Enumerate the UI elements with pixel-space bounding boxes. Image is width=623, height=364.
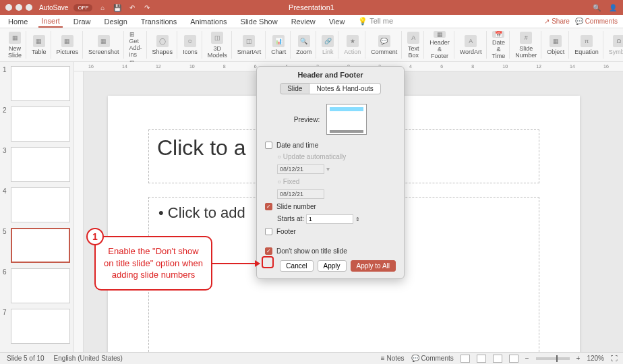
update-date-field (277, 164, 324, 174)
save-icon[interactable]: 💾 (113, 3, 122, 12)
tell-me[interactable]: 💡 Tell me (355, 16, 396, 27)
thumbnail-row[interactable]: 6 (3, 268, 71, 303)
get-addins-button[interactable]: ⊞ Get Add-ins (129, 31, 142, 58)
stepper-icon[interactable]: ⇕ (355, 216, 360, 222)
new-slide-button[interactable]: ▦New Slide (4, 31, 26, 59)
link-button: 🔗Link (318, 31, 338, 59)
apply-button[interactable]: Apply (318, 260, 347, 272)
share-button[interactable]: ↗ Share (544, 18, 569, 25)
symbol-button: ΩSymbol (605, 31, 623, 59)
fixed-radio: Fixed (283, 178, 299, 185)
pictures-button[interactable]: ▦Pictures (53, 31, 84, 59)
dont-show-title-label: Don't show on title slide (276, 247, 347, 255)
tab-view[interactable]: View (326, 16, 348, 27)
window-controls[interactable] (5, 4, 32, 11)
tab-insert[interactable]: Insert (38, 16, 63, 28)
preview-label: Preview: (294, 116, 320, 123)
wordart-button[interactable]: AWordArt (456, 31, 487, 59)
tab-design[interactable]: Design (102, 16, 130, 27)
slide-number-checkbox[interactable]: ✓ (265, 203, 272, 210)
vertical-ruler (74, 71, 84, 352)
search-icon[interactable]: 🔍 (592, 3, 601, 12)
ribbon-tabs: Home Insert Draw Design Transitions Anim… (0, 15, 623, 28)
dialog-title: Header and Footer (257, 67, 404, 83)
comments-button[interactable]: 💬 Comments (411, 355, 454, 362)
starts-at-input[interactable] (306, 214, 353, 224)
tab-review[interactable]: Review (289, 16, 318, 27)
undo-icon[interactable]: ↶ (127, 3, 137, 12)
icons-button[interactable]: ☺Icons (179, 31, 202, 59)
tutorial-annotation: 1 Enable the "Don't show on title slide"… (94, 236, 212, 291)
starts-at-label: Starts at: (277, 215, 304, 222)
thumbnail-row[interactable]: 4 (3, 187, 71, 222)
thumbnail-row[interactable]: 5 (3, 228, 71, 263)
annotation-number: 1 (86, 228, 104, 245)
slide-number-label: Slide number (276, 203, 316, 210)
zoom-out[interactable]: − (525, 355, 529, 362)
tab-transitions[interactable]: Transitions (138, 16, 179, 27)
shapes-button[interactable]: ◯Shapes (148, 31, 178, 59)
ribbon-insert: ▦New Slide ▦Table ▦Pictures ▦Screenshot … (0, 28, 623, 62)
annotation-target-highlight (262, 256, 274, 268)
status-bar: Slide 5 of 10 English (United States) ≡ … (0, 352, 623, 364)
annotation-text: Enable the "Don't show on title slide" o… (104, 246, 203, 280)
normal-view-icon[interactable] (461, 355, 470, 363)
notes-button[interactable]: ≡ Notes (381, 355, 405, 362)
action-button: ★Action (340, 31, 365, 59)
cancel-button[interactable]: Cancel (280, 260, 313, 272)
tab-notes-handouts[interactable]: Notes & Hand-outs (309, 83, 381, 94)
document-title: Presentation1 (289, 3, 334, 11)
update-auto-radio: Update automatically (283, 153, 346, 160)
user-icon[interactable]: 👤 (608, 3, 618, 12)
tab-draw[interactable]: Draw (71, 16, 94, 27)
slideshow-view-icon[interactable] (509, 355, 518, 363)
3d-models-button[interactable]: ◫3D Models (204, 31, 232, 59)
datetime-button[interactable]: 📅Date & Time (488, 31, 510, 59)
object-button[interactable]: ▦Object (543, 31, 569, 59)
slide-position: Slide 5 of 10 (7, 355, 44, 362)
tab-home[interactable]: Home (5, 16, 30, 27)
dont-show-title-checkbox[interactable]: ✓ (265, 247, 272, 255)
language[interactable]: English (United States) (54, 355, 123, 362)
date-time-label: Date and time (276, 142, 318, 149)
sorter-view-icon[interactable] (477, 355, 486, 363)
tab-slide[interactable]: Slide (280, 83, 309, 94)
fixed-date-field (277, 189, 324, 199)
thumbnail-row[interactable]: 7 (3, 309, 71, 344)
autosave-label: AutoSave (39, 4, 68, 11)
autosave-toggle[interactable]: OFF (73, 4, 92, 11)
thumbnail-row[interactable]: 2 (3, 107, 71, 142)
date-time-checkbox[interactable] (265, 142, 272, 149)
slide-thumbnails: 1234567 (0, 62, 74, 352)
table-button[interactable]: ▦Table (28, 31, 51, 59)
header-footer-button[interactable]: ▦Header & Footer (425, 31, 454, 59)
thumbnail-row[interactable]: 3 (3, 147, 71, 182)
app-titlebar: AutoSave OFF ⌂ 💾 ↶ ↷ Presentation1 🔍 👤 (0, 0, 623, 15)
footer-label: Footer (276, 228, 296, 235)
preview-thumbnail (326, 104, 367, 135)
zoom-level[interactable]: 120% (587, 355, 604, 362)
annotation-arrow (212, 263, 260, 264)
smartart-button[interactable]: ◫SmartArt (233, 31, 266, 59)
home-icon[interactable]: ⌂ (98, 3, 107, 12)
header-footer-dialog: Header and Footer Slide Notes & Hand-out… (256, 66, 405, 279)
footer-checkbox[interactable] (265, 228, 272, 235)
zoom-button[interactable]: 🔍Zoom (292, 31, 316, 59)
equation-button[interactable]: πEquation (570, 31, 603, 59)
reading-view-icon[interactable] (493, 355, 502, 363)
fit-icon[interactable]: ⛶ (611, 355, 618, 362)
tab-animations[interactable]: Animations (187, 16, 229, 27)
zoom-in[interactable]: + (576, 355, 581, 362)
comment-button[interactable]: 💬Comment (367, 31, 402, 59)
redo-icon[interactable]: ↷ (142, 3, 152, 12)
screenshot-button[interactable]: ▦Screenshot (84, 31, 124, 59)
tab-slideshow[interactable]: Slide Show (238, 16, 280, 27)
textbox-button[interactable]: AText Box (403, 31, 424, 59)
apply-all-button[interactable]: Apply to All (351, 260, 396, 272)
chart-button[interactable]: 📊Chart (267, 31, 291, 59)
thumbnail-row[interactable]: 1 (3, 66, 71, 101)
comments-button[interactable]: 💬 Comments (575, 18, 618, 25)
slide-number-button[interactable]: #Slide Number (511, 31, 541, 59)
